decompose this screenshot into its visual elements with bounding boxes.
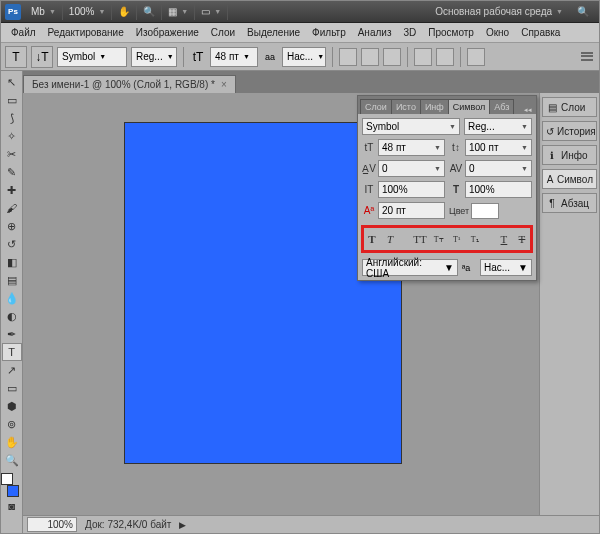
lasso-tool-icon[interactable]: ⟆ — [2, 109, 22, 127]
view-zoom-icon[interactable]: 🔍 — [137, 4, 162, 20]
underline-button[interactable]: T — [498, 232, 510, 246]
chevron-down-icon: ▼ — [49, 8, 56, 15]
pen-tool-icon[interactable]: ✒ — [2, 325, 22, 343]
font-size-select[interactable]: 48 пт▼ — [210, 47, 258, 67]
char-baseline[interactable]: 20 пт — [378, 202, 445, 219]
menu-3d[interactable]: 3D — [397, 27, 422, 38]
canvas-viewport[interactable]: Слои Исто Инф Символ Абз ◂◂ Symbol▼ Reg.… — [23, 93, 599, 515]
zoom-tool-icon[interactable]: 🔍 — [2, 451, 22, 469]
menu-image[interactable]: Изображение — [130, 27, 205, 38]
brush-tool-icon[interactable]: 🖌 — [2, 199, 22, 217]
gradient-tool-icon[interactable]: ▤ — [2, 271, 22, 289]
stamp-tool-icon[interactable]: ⊕ — [2, 217, 22, 235]
char-font-family[interactable]: Symbol▼ — [362, 118, 460, 135]
crop-tool-icon[interactable]: ✂ — [2, 145, 22, 163]
shape-tool-icon[interactable]: ▭ — [2, 379, 22, 397]
hand-tool-icon[interactable]: ✋ — [2, 433, 22, 451]
workspace-switcher[interactable]: Основная рабочая среда▼ — [427, 6, 571, 17]
char-font-style[interactable]: Reg...▼ — [464, 118, 532, 135]
align-right-icon[interactable] — [383, 48, 401, 66]
close-tab-icon[interactable]: × — [221, 79, 227, 90]
3d-camera-tool-icon[interactable]: ⊚ — [2, 415, 22, 433]
char-vscale[interactable]: 100% — [378, 181, 445, 198]
menu-edit[interactable]: Редактирование — [42, 27, 130, 38]
align-center-icon[interactable] — [361, 48, 379, 66]
photoshop-icon[interactable]: Ps — [5, 4, 21, 20]
menu-help[interactable]: Справка — [515, 27, 566, 38]
3d-tool-icon[interactable]: ⬢ — [2, 397, 22, 415]
dock-btn-paragraph[interactable]: ¶Абзац — [542, 193, 597, 213]
leading-icon: t↕ — [449, 141, 463, 155]
char-language-select[interactable]: Английский: США▼ — [362, 259, 458, 276]
dock-btn-history[interactable]: ↺История — [542, 121, 597, 141]
status-zoom[interactable]: 100% — [27, 517, 77, 532]
view-hand-icon[interactable]: ✋ — [112, 4, 137, 20]
font-family-select[interactable]: Symbol▼ — [57, 47, 127, 67]
wand-tool-icon[interactable]: ✧ — [2, 127, 22, 145]
dock-btn-info[interactable]: ℹИнфо — [542, 145, 597, 165]
zoom-level[interactable]: 100%▼ — [63, 4, 113, 20]
panel-tab-history[interactable]: Исто — [391, 99, 421, 114]
tool-preset-type-icon[interactable]: T — [5, 46, 27, 68]
menu-analyze[interactable]: Анализ — [352, 27, 398, 38]
history-brush-tool-icon[interactable]: ↺ — [2, 235, 22, 253]
panel-tab-info[interactable]: Инф — [420, 99, 449, 114]
panel-tab-layers[interactable]: Слои — [360, 99, 392, 114]
char-kerning[interactable]: 0▼ — [378, 160, 445, 177]
panel-tab-paragraph[interactable]: Абз — [489, 99, 514, 114]
screen-mode-icon[interactable]: ▭▼ — [195, 4, 228, 20]
panel-menu-icon[interactable] — [579, 50, 595, 64]
dock-btn-layers[interactable]: ▤Слои — [542, 97, 597, 117]
quickmask-icon[interactable]: ◙ — [2, 497, 22, 515]
dock-btn-character[interactable]: AСимвол — [542, 169, 597, 189]
bridge-launcher[interactable]: Mb▼ — [25, 4, 63, 20]
color-swatches[interactable] — [1, 473, 21, 497]
char-tracking[interactable]: 0▼ — [465, 160, 532, 177]
search-icon[interactable]: 🔍 — [571, 4, 595, 20]
status-menu-icon[interactable]: ▶ — [179, 520, 186, 530]
char-antialias-select[interactable]: Нас...▼ — [480, 259, 532, 276]
antialias-select[interactable]: Нас...▼ — [282, 47, 326, 67]
foreground-color[interactable] — [1, 473, 13, 485]
marquee-tool-icon[interactable]: ▭ — [2, 91, 22, 109]
menu-layers[interactable]: Слои — [205, 27, 241, 38]
menu-view[interactable]: Просмотр — [422, 27, 480, 38]
character-icon: A — [546, 173, 554, 185]
dodge-tool-icon[interactable]: ◐ — [2, 307, 22, 325]
blur-tool-icon[interactable]: 💧 — [2, 289, 22, 307]
menu-filter[interactable]: Фильтр — [306, 27, 352, 38]
char-color-swatch[interactable] — [471, 203, 499, 219]
panel-tab-character[interactable]: Символ — [448, 99, 490, 114]
arrange-docs-icon[interactable]: ▦▼ — [162, 4, 195, 20]
strikethrough-button[interactable]: T — [516, 232, 528, 246]
smallcaps-button[interactable]: Tᴛ — [433, 232, 445, 246]
text-orientation-icon[interactable]: ↓T — [31, 46, 53, 68]
font-size-icon: tT — [190, 46, 206, 68]
document-tab[interactable]: Без имени-1 @ 100% (Слой 1, RGB/8) * × — [23, 75, 236, 93]
character-panel-toggle[interactable] — [467, 48, 485, 66]
healing-tool-icon[interactable]: ✚ — [2, 181, 22, 199]
move-tool-icon[interactable]: ↖ — [2, 73, 22, 91]
hscale-icon: T — [449, 183, 463, 197]
eraser-tool-icon[interactable]: ◧ — [2, 253, 22, 271]
subscript-button[interactable]: T₁ — [469, 232, 481, 246]
char-hscale[interactable]: 100% — [465, 181, 532, 198]
superscript-button[interactable]: T¹ — [451, 232, 463, 246]
menu-select[interactable]: Выделение — [241, 27, 306, 38]
align-left-icon[interactable] — [339, 48, 357, 66]
font-style-select[interactable]: Reg...▼ — [131, 47, 177, 67]
background-color[interactable] — [7, 485, 19, 497]
path-tool-icon[interactable]: ↗ — [2, 361, 22, 379]
panel-collapse-icon[interactable]: ◂◂ — [524, 106, 532, 114]
eyedropper-tool-icon[interactable]: ✎ — [2, 163, 22, 181]
allcaps-button[interactable]: TT — [413, 232, 426, 246]
warp-text-icon[interactable] — [436, 48, 454, 66]
char-leading[interactable]: 100 пт▼ — [465, 139, 532, 156]
char-font-size[interactable]: 48 пт▼ — [378, 139, 445, 156]
type-tool-icon[interactable]: T — [2, 343, 22, 361]
faux-bold-button[interactable]: T — [366, 232, 378, 246]
menu-window[interactable]: Окно — [480, 27, 515, 38]
faux-italic-button[interactable]: T — [384, 232, 396, 246]
text-color-swatch[interactable] — [414, 48, 432, 66]
menu-file[interactable]: Файл — [5, 27, 42, 38]
